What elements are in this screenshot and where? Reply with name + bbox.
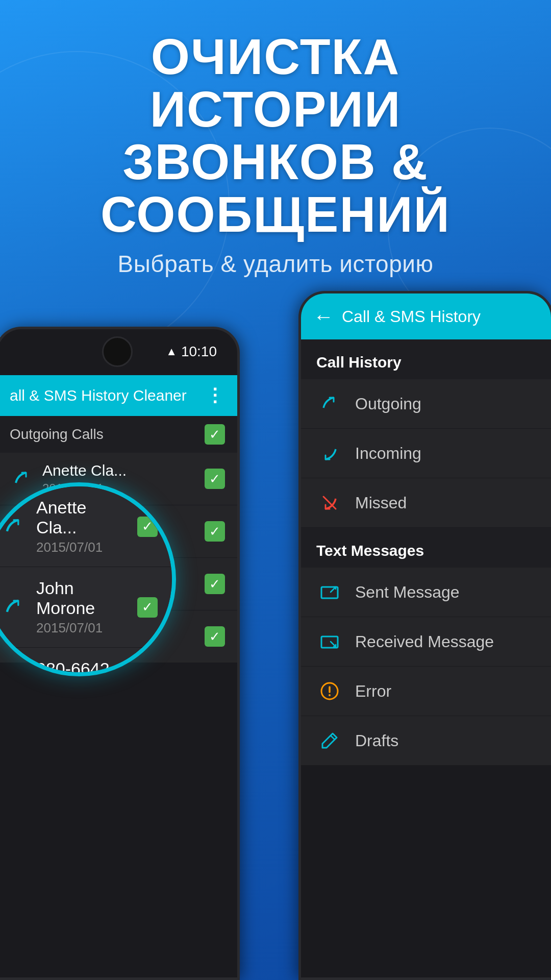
header-subtitle: Выбрать & удалить историю (20, 250, 531, 278)
missed-label: Missed (355, 494, 407, 512)
magnified-item: John Morone 2015/07/01 ✓ (0, 567, 172, 648)
sent-message-label: Sent Message (355, 583, 460, 602)
right-appbar-title: Call & SMS History (342, 307, 481, 326)
contact-name: Anette Cla... (42, 462, 196, 479)
missed-item[interactable]: Missed (301, 478, 551, 528)
error-icon (316, 678, 343, 704)
outgoing-call-icon (316, 390, 343, 417)
outgoing-checkbox[interactable]: ✓ (205, 424, 225, 445)
call-history-label: Call History (316, 354, 402, 371)
mag-contact-info: John Morone 2015/07/01 (36, 578, 128, 636)
incoming-item[interactable]: Incoming (301, 429, 551, 478)
outgoing-section-label: Outgoing Calls (10, 426, 104, 443)
mag-contact-info: Anette Cla... 2015/07/01 (36, 498, 128, 555)
left-phone-notch (102, 336, 133, 367)
sent-message-icon (316, 579, 343, 605)
item-checkbox[interactable]: ✓ (205, 521, 225, 542)
call-out-icon-mag (1, 513, 27, 540)
header-title: ОЧИСТКА ИСТОРИИ ЗВОНКОВ & СООБЩЕНИЙ (20, 31, 531, 241)
mag-contact-name: John Morone (36, 578, 128, 618)
error-label: Error (355, 682, 391, 701)
received-message-item[interactable]: Received Message (301, 617, 551, 667)
right-phone: ← Call & SMS History Call History Outgoi… (298, 291, 551, 980)
left-appbar: all & SMS History Cleaner ⋮ (0, 375, 237, 416)
magnifier-circle: Anette Cla... 2015/07/01 ✓ John Morone (0, 482, 176, 676)
right-appbar: ← Call & SMS History (301, 293, 551, 339)
call-out-icon-mag (1, 594, 27, 621)
item-checkbox[interactable]: ✓ (205, 626, 225, 647)
title-line1: ОЧИСТКА ИСТОРИИ (150, 29, 402, 137)
sent-message-item[interactable]: Sent Message (301, 568, 551, 617)
title-line3: СООБЩЕНИЙ (101, 186, 450, 242)
item-checkbox[interactable]: ✓ (205, 574, 225, 594)
drafts-item[interactable]: Drafts (301, 716, 551, 766)
text-messages-label: Text Messages (316, 542, 424, 559)
title-line2: ЗВОНКОВ & (122, 134, 429, 190)
magnifier-inner: Anette Cla... 2015/07/01 ✓ John Morone (0, 486, 172, 672)
mag-contact-name: 080-6642-Y... (36, 659, 128, 672)
menu-icon[interactable]: ⋮ (206, 385, 225, 406)
mag-contact-date: 2015/07/01 (36, 540, 128, 555)
svg-line-6 (331, 736, 335, 740)
magnified-item: 080-6642-Y... 2015/07... ✓ (0, 648, 172, 672)
mag-contact-date: 2015/07/01 (36, 620, 128, 636)
incoming-label: Incoming (355, 444, 421, 463)
text-messages-section-header: Text Messages (301, 528, 551, 568)
left-appbar-title: all & SMS History Cleaner (10, 387, 187, 404)
outgoing-section-header: Outgoing Calls ✓ (0, 416, 237, 453)
missed-call-icon (316, 489, 343, 516)
back-button[interactable]: ← (313, 305, 334, 328)
left-phone: ▲ 10:10 all & SMS History Cleaner ⋮ Outg… (0, 327, 240, 980)
phones-container: ▲ 10:10 all & SMS History Cleaner ⋮ Outg… (0, 276, 551, 980)
item-checkbox[interactable]: ✓ (205, 469, 225, 489)
mag-contact-name: Anette Cla... (36, 498, 128, 537)
magnified-item: Anette Cla... 2015/07/01 ✓ (0, 486, 172, 567)
right-phone-content: Call History Outgoing (301, 339, 551, 766)
outgoing-label: Outgoing (355, 395, 421, 413)
outgoing-item[interactable]: Outgoing (301, 379, 551, 429)
received-message-label: Received Message (355, 632, 494, 651)
signal-icon: ▲ (166, 345, 177, 358)
mag-checkbox: ✓ (137, 597, 158, 618)
header: ОЧИСТКА ИСТОРИИ ЗВОНКОВ & СООБЩЕНИЙ Выбр… (0, 0, 551, 293)
mag-checkbox: ✓ (137, 517, 158, 537)
status-time: 10:10 (181, 344, 217, 360)
error-item[interactable]: Error (301, 667, 551, 716)
mag-contact-info: 080-6642-Y... 2015/07... (36, 659, 128, 672)
drafts-icon (316, 727, 343, 754)
drafts-label: Drafts (355, 731, 398, 750)
received-message-icon (316, 628, 343, 655)
left-phone-statusbar: ▲ 10:10 (166, 344, 217, 360)
call-history-section-header: Call History (301, 339, 551, 379)
incoming-call-icon (316, 440, 343, 467)
svg-point-5 (329, 694, 331, 696)
